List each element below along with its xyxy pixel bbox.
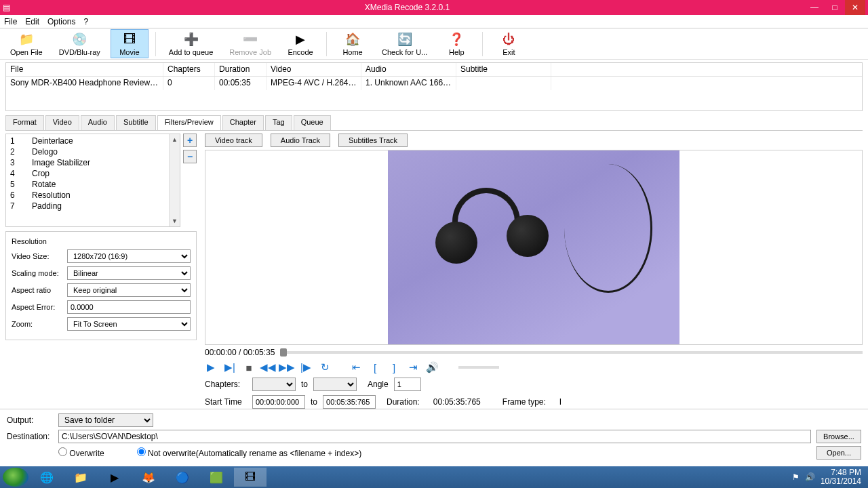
overwrite-radio[interactable]: Overwrite (58, 447, 104, 458)
tab-chapter[interactable]: Chapter (222, 115, 264, 130)
plus-icon: ➕ (183, 31, 199, 47)
taskbar-ie-icon[interactable]: 🌐 (31, 468, 63, 487)
filter-row[interactable]: 3Image Stabilizer (6, 157, 180, 168)
aspect-select[interactable]: Keep original (67, 283, 191, 297)
col-file[interactable]: File (6, 63, 163, 76)
remove-filter-button[interactable]: − (183, 150, 197, 163)
end-time-input[interactable] (323, 395, 376, 409)
chapter-from-select[interactable] (252, 378, 296, 391)
bracket-in-button[interactable]: [ (369, 361, 381, 373)
movie-button[interactable]: 🎞Movie (111, 29, 149, 58)
menu-options[interactable]: Options (47, 17, 75, 26)
tray-volume-icon[interactable]: 🔊 (805, 472, 815, 482)
filter-row[interactable]: 7Padding (6, 201, 180, 211)
filter-row[interactable]: 5Rotate (6, 179, 180, 190)
time-bar: 00:00:00 / 00:05:35 (205, 348, 863, 357)
start-button[interactable] (3, 468, 28, 487)
open-button[interactable]: Open... (816, 446, 861, 460)
cell-video: MPEG-4 AVC / H.264 29.9... (267, 77, 361, 90)
encode-button[interactable]: ▶Encode (281, 29, 319, 58)
exit-button[interactable]: ⏻Exit (490, 29, 528, 58)
mark-in-button[interactable]: ⇤ (350, 361, 362, 373)
taskbar-chrome-icon[interactable]: 🔵 (166, 468, 199, 487)
start-time-input[interactable] (252, 395, 305, 409)
minimize-button[interactable]: — (804, 0, 825, 15)
zoom-select[interactable]: Fit To Screen (67, 317, 191, 331)
aspect-error-input[interactable] (67, 300, 191, 314)
time-row: Start Time to Duration: 00:05:35:765 Fra… (205, 395, 863, 409)
menu-help[interactable]: ? (83, 17, 88, 26)
tab-filters-preview[interactable]: Filters/Preview (157, 115, 221, 130)
taskbar-app-icon[interactable]: 🟩 (200, 468, 233, 487)
taskbar-xmedia-icon[interactable]: 🎞 (234, 468, 267, 487)
scrollbar[interactable]: ▲▼ (169, 134, 180, 226)
tray-flag-icon[interactable]: ⚑ (792, 472, 800, 482)
chapter-row: Chapters: to Angle (205, 378, 863, 391)
taskbar-media-icon[interactable]: ▶ (98, 468, 131, 487)
tab-video[interactable]: Video (45, 115, 79, 130)
scaling-select[interactable]: Bilinear (67, 266, 191, 280)
scroll-down-icon[interactable]: ▼ (170, 216, 180, 226)
taskbar-explorer-icon[interactable]: 📁 (64, 468, 97, 487)
add-filter-button[interactable]: + (183, 134, 197, 147)
col-subtitle[interactable]: Subtitle (456, 63, 551, 76)
window-title: XMedia Recode 3.2.0.1 (10, 3, 804, 12)
help-button[interactable]: ❓Help (437, 29, 475, 58)
filter-row[interactable]: 2Delogo (6, 146, 180, 157)
loop-button[interactable]: ↻ (319, 361, 331, 373)
maximize-button[interactable]: □ (825, 0, 845, 15)
scroll-up-icon[interactable]: ▲ (170, 134, 180, 145)
aspect-label: Aspect ratio (12, 286, 67, 294)
video-track-button[interactable]: Video track (205, 134, 262, 147)
browse-button[interactable]: Browse... (816, 430, 861, 443)
rewind-button[interactable]: ◀◀ (262, 361, 274, 373)
menubar: File Edit Options ? (0, 15, 868, 28)
add-queue-button[interactable]: ➕Add to queue (163, 29, 219, 58)
filter-row[interactable]: 6Resolution (6, 190, 180, 201)
tab-tag[interactable]: Tag (265, 115, 292, 130)
video-size-select[interactable]: 868x488 (16:9) (67, 249, 191, 263)
home-button[interactable]: 🏠Home (334, 29, 372, 58)
volume-icon[interactable]: 🔊 (426, 361, 438, 373)
angle-input[interactable] (394, 378, 421, 391)
tab-queue[interactable]: Queue (294, 115, 331, 130)
col-duration[interactable]: Duration (215, 63, 267, 76)
tab-audio[interactable]: Audio (81, 115, 115, 130)
not-overwrite-radio[interactable]: Not overwrite(Automatically rename as <f… (137, 447, 361, 458)
audio-track-button[interactable]: Audio Track (271, 134, 330, 147)
taskbar-firefox-icon[interactable]: 🦊 (132, 468, 165, 487)
tab-subtitle[interactable]: Subtitle (116, 115, 156, 130)
filter-list[interactable]: 1Deinterlace 2Delogo 3Image Stabilizer 4… (5, 134, 180, 227)
stop-button[interactable]: ■ (243, 361, 255, 373)
play-button[interactable]: ▶ (205, 361, 217, 373)
seek-slider[interactable] (280, 351, 863, 354)
destination-input[interactable] (58, 430, 811, 443)
next-button[interactable]: ▶| (224, 361, 236, 373)
bracket-out-button[interactable]: ] (388, 361, 400, 373)
col-chapters[interactable]: Chapters (163, 63, 215, 76)
refresh-icon: 🔄 (397, 31, 413, 47)
col-video[interactable]: Video (267, 63, 361, 76)
open-file-button[interactable]: 📁Open File (4, 29, 49, 58)
chapter-to-select[interactable] (313, 378, 357, 391)
forward-button[interactable]: ▶▶ (281, 361, 293, 373)
file-row[interactable]: Sony MDR-XB400 Headphone Review 2014 IN.… (6, 77, 862, 90)
cell-duration: 00:05:35 (215, 77, 267, 90)
col-audio[interactable]: Audio (361, 63, 456, 76)
clock[interactable]: 7:48 PM 10/31/2014 (821, 468, 861, 486)
close-button[interactable]: ✕ (845, 0, 865, 15)
menu-edit[interactable]: Edit (25, 17, 39, 26)
menu-file[interactable]: File (4, 17, 17, 26)
tab-format[interactable]: Format (5, 115, 44, 130)
output-select[interactable]: Save to folder (58, 413, 153, 427)
filter-row[interactable]: 4Crop (6, 168, 180, 179)
dvd-button[interactable]: 💿DVD/Blu-ray (53, 29, 106, 58)
filter-row[interactable]: 1Deinterlace (6, 136, 180, 146)
step-button[interactable]: |▶ (300, 361, 312, 373)
mark-out-button[interactable]: ⇥ (407, 361, 419, 373)
preview-pane (205, 150, 863, 345)
subtitles-track-button[interactable]: Subtitles Track (338, 134, 408, 147)
resolution-panel: Resolution Video Size:868x488 (16:9) Sc… (5, 231, 197, 340)
volume-slider[interactable] (458, 366, 499, 369)
update-button[interactable]: 🔄Check for U... (376, 29, 433, 58)
